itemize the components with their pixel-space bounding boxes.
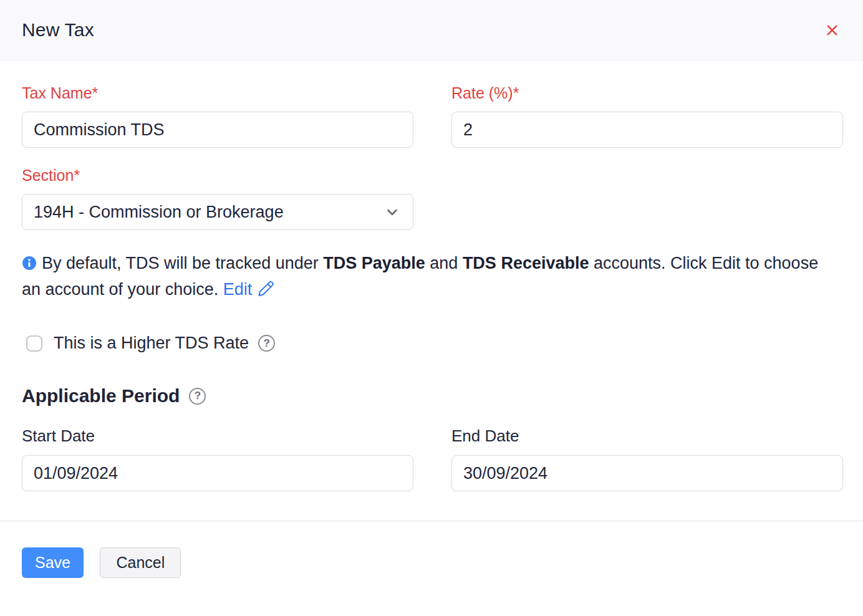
tax-name-input[interactable] bbox=[22, 112, 413, 148]
rate-input[interactable] bbox=[451, 112, 843, 148]
note-bold-tds-payable: TDS Payable bbox=[323, 254, 425, 272]
page-title: New Tax bbox=[22, 19, 94, 41]
close-button[interactable] bbox=[819, 17, 844, 42]
tax-name-label: Tax Name* bbox=[22, 84, 413, 102]
note-text-2: and bbox=[425, 254, 463, 272]
section-field: Section* 194H - Commission or Brokerage bbox=[22, 166, 413, 230]
applicable-period-help-icon[interactable]: ? bbox=[189, 388, 206, 405]
note-text-1: By default, TDS will be tracked under bbox=[42, 254, 323, 272]
note-bold-tds-receivable: TDS Receivable bbox=[463, 254, 589, 272]
section-label: Section* bbox=[22, 166, 413, 185]
end-date-input[interactable] bbox=[451, 455, 843, 491]
higher-tds-row: This is a Higher TDS Rate ? bbox=[26, 334, 843, 353]
tax-name-field: Tax Name* bbox=[22, 84, 413, 148]
start-date-field: Start Date bbox=[22, 426, 413, 491]
applicable-period-row: Applicable Period ? bbox=[22, 385, 843, 407]
end-date-field: End Date bbox=[451, 426, 843, 491]
cancel-button[interactable]: Cancel bbox=[100, 547, 181, 578]
end-date-label: End Date bbox=[451, 426, 843, 446]
start-date-label: Start Date bbox=[22, 426, 413, 446]
tds-default-note: By default, TDS will be tracked under TD… bbox=[22, 250, 839, 302]
rate-field: Rate (%)* bbox=[451, 84, 843, 148]
edit-account-link[interactable]: Edit bbox=[223, 280, 253, 299]
applicable-period-heading: Applicable Period bbox=[22, 385, 180, 407]
edit-pencil-icon[interactable] bbox=[257, 280, 274, 297]
section-selected-value: 194H - Commission or Brokerage bbox=[34, 203, 284, 222]
modal-header: New Tax bbox=[0, 0, 863, 60]
start-date-input[interactable] bbox=[22, 455, 413, 491]
higher-tds-help-icon[interactable]: ? bbox=[258, 335, 275, 352]
new-tax-modal: New Tax Tax Name* Rate (%)* Secti bbox=[0, 0, 863, 578]
close-icon bbox=[824, 22, 840, 38]
higher-tds-checkbox[interactable] bbox=[26, 335, 42, 352]
higher-tds-label: This is a Higher TDS Rate bbox=[54, 334, 249, 353]
modal-footer: Save Cancel bbox=[0, 521, 863, 578]
section-select[interactable]: 194H - Commission or Brokerage bbox=[22, 194, 413, 230]
save-button[interactable]: Save bbox=[22, 547, 84, 578]
modal-body: Tax Name* Rate (%)* Section* 194H - Comm… bbox=[0, 60, 863, 491]
rate-label: Rate (%)* bbox=[451, 84, 843, 102]
chevron-down-icon bbox=[384, 204, 400, 220]
info-icon bbox=[22, 256, 37, 271]
